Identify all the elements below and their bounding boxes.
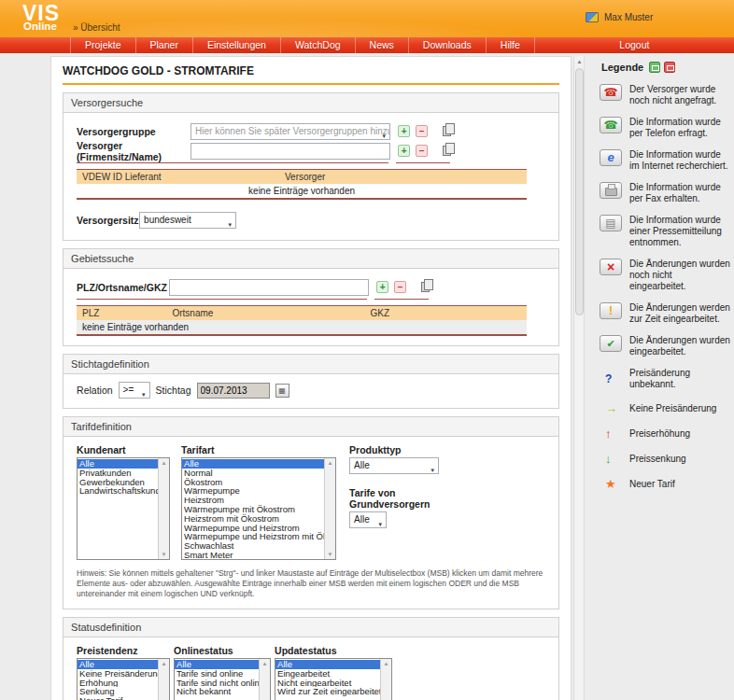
updatestatus-option[interactable]: Alle bbox=[275, 660, 380, 669]
plz-remove-icon[interactable]: − bbox=[394, 281, 406, 293]
red-x-icon: × bbox=[600, 259, 622, 275]
versorgersitz-select[interactable]: bundesweit bbox=[139, 212, 236, 229]
tarifart-option[interactable]: Wärmepumpe und Heizstrom bbox=[182, 524, 324, 533]
versorger-add-icon[interactable]: + bbox=[398, 145, 410, 157]
versorger-copy-icon[interactable] bbox=[443, 146, 451, 156]
updatestatus-scrollbar[interactable]: ▲▼ bbox=[380, 659, 391, 700]
tarifart-option[interactable]: Heizstrom mit Ökostrom bbox=[182, 514, 324, 524]
calendar-icon[interactable]: ▦ bbox=[275, 384, 289, 398]
preistendenz-option[interactable]: Erhöhung bbox=[78, 679, 158, 688]
preistendenz-scrollbar[interactable]: ▲▼ bbox=[158, 659, 169, 700]
onlinestatus-option[interactable]: Tarife sind nicht online bbox=[175, 679, 259, 688]
nav-item-projekte[interactable]: Projekte bbox=[70, 37, 135, 53]
star-icon: ★ bbox=[605, 477, 616, 491]
versorgergruppe-copy-icon[interactable] bbox=[443, 126, 451, 136]
kundenart-option[interactable]: Privatkunden bbox=[78, 469, 158, 478]
onlinestatus-scrollbar[interactable]: ▲▼ bbox=[259, 659, 270, 700]
preistendenz-option[interactable]: Alle bbox=[78, 660, 158, 669]
versorger-table: VDEW ID Lieferant Versorger keine Einträ… bbox=[77, 169, 527, 200]
col-gkz: GKZ bbox=[365, 306, 504, 320]
section-body-gebietssuche: PLZ/Ortsname/GKZ + − PLZ Ortsname GK bbox=[64, 269, 558, 345]
preistendenz-option[interactable]: Neuer Tarif bbox=[78, 696, 158, 700]
relation-select[interactable]: >= bbox=[119, 382, 150, 399]
updatestatus-listbox[interactable]: Alle Eingearbeitet Nicht eingearbeitet W… bbox=[275, 658, 392, 700]
tarifart-option[interactable]: Wärmepumpe und Heizstrom mit Ökostrom bbox=[182, 532, 324, 541]
versorger-remove-icon[interactable]: − bbox=[416, 145, 428, 157]
versorgergruppe-add-icon[interactable]: + bbox=[398, 125, 410, 137]
nav-item-planer[interactable]: Planer bbox=[135, 37, 192, 53]
internet-explorer-icon: e bbox=[600, 149, 622, 166]
nav-item-downloads[interactable]: Downloads bbox=[408, 37, 486, 53]
scrollbar-up-icon[interactable]: ▲ bbox=[574, 56, 585, 67]
tarifart-option[interactable]: Wärmepumpe bbox=[182, 486, 324, 496]
onlinestatus-option[interactable]: Alle bbox=[175, 660, 259, 669]
plz-copy-icon[interactable] bbox=[421, 282, 430, 292]
updatestatus-option[interactable]: Nicht eingearbeitet bbox=[275, 679, 380, 688]
relation-label: Relation bbox=[77, 385, 113, 396]
kundenart-option[interactable]: Alle bbox=[78, 459, 158, 469]
preistendenz-option[interactable]: Senkung bbox=[78, 687, 158, 696]
logo-text-online: Online bbox=[22, 21, 60, 32]
legend-item: ☎ Die Information wurde per Telefon erfr… bbox=[598, 117, 730, 139]
section-tarifdefinition: Tarifdefinition Kundenart Alle Privatkun… bbox=[63, 416, 559, 609]
content-scrollbar[interactable]: ▲ ▼ bbox=[573, 56, 585, 700]
nav-item-watchdog[interactable]: WatchDog bbox=[280, 37, 355, 53]
divider-maroon bbox=[77, 299, 545, 300]
legend-item: ✔ Die Änderungen wurden eingearbeitet. bbox=[598, 335, 730, 357]
tarifart-option[interactable]: Wärmepumpe mit Ökostrom bbox=[182, 505, 324, 514]
col-actions bbox=[504, 170, 527, 184]
user-name: Max Muster bbox=[604, 12, 653, 22]
page-title-block: WATCHDOG GOLD - STROMTARIFE bbox=[63, 64, 559, 85]
nav-spacer bbox=[0, 37, 70, 53]
preistendenz-option[interactable]: Keine Preisänderung bbox=[78, 669, 158, 679]
tarifart-option[interactable]: Normal bbox=[182, 469, 324, 478]
produkttyp-select[interactable]: Alle bbox=[349, 457, 439, 474]
legend-title: Legende bbox=[601, 62, 643, 73]
kundenart-scrollbar[interactable]: ▲▼ bbox=[158, 458, 169, 559]
content-panel: WATCHDOG GOLD - STROMTARIFE Versorgersuc… bbox=[50, 56, 572, 700]
legend-collapse-icon[interactable] bbox=[664, 62, 675, 73]
kundenart-listbox[interactable]: Alle Privatkunden Gewerbekunden Landwirt… bbox=[77, 457, 170, 560]
section-versorgersuche: Versorgersuche Versorgergruppe Hier könn… bbox=[63, 92, 559, 241]
tarifart-option[interactable]: Heizstrom bbox=[182, 496, 324, 505]
updatestatus-option[interactable]: Wird zur Zeit eingearbeitet bbox=[275, 687, 380, 696]
tarifart-option[interactable]: Alle bbox=[182, 459, 324, 469]
tarifart-option[interactable]: Schwachlast bbox=[182, 541, 324, 551]
legend-expand-icon[interactable] bbox=[649, 62, 660, 73]
section-body-versorgersuche: Versorgergruppe Hier können Sie später V… bbox=[64, 113, 558, 240]
left-gutter bbox=[0, 56, 50, 700]
section-header-gebietssuche: Gebietssuche bbox=[64, 249, 558, 269]
nav-item-einstellungen[interactable]: Einstellungen bbox=[192, 37, 280, 53]
tarifart-listbox[interactable]: Alle Normal Ökostrom Wärmepumpe Heizstro… bbox=[181, 457, 336, 560]
grundversorger-select[interactable]: Alle bbox=[349, 511, 387, 528]
onlinestatus-option[interactable]: Nicht bekannt bbox=[175, 687, 259, 696]
gebiet-table-empty-row: keine Einträge vorhanden bbox=[77, 320, 527, 336]
tarifart-option[interactable]: Smart Meter bbox=[182, 551, 324, 559]
breadcrumb-uebersicht[interactable]: » Übersicht bbox=[73, 22, 120, 33]
main-nav: Projekte Planer Einstellungen WatchDog N… bbox=[0, 37, 734, 53]
scrollbar-thumb[interactable] bbox=[575, 68, 584, 315]
plz-input[interactable] bbox=[169, 279, 369, 296]
legend-item: ? Preisänderung unbekannt. bbox=[598, 368, 730, 390]
kundenart-option[interactable]: Landwirtschaftskunden bbox=[78, 486, 158, 496]
nav-item-news[interactable]: News bbox=[355, 37, 408, 53]
onlinestatus-option[interactable]: Tarife sind online bbox=[175, 669, 259, 679]
stichtag-date-input[interactable] bbox=[197, 383, 270, 399]
user-icon bbox=[586, 12, 599, 22]
preistendenz-listbox[interactable]: Alle Keine Preisänderung Erhöhung Senkun… bbox=[77, 658, 170, 700]
onlinestatus-label: Onlinestatus bbox=[174, 645, 271, 656]
updatestatus-option[interactable]: Eingearbeitet bbox=[275, 669, 380, 679]
tarifart-scrollbar[interactable]: ▲▼ bbox=[324, 458, 335, 559]
kundenart-option[interactable]: Gewerbekunden bbox=[78, 478, 158, 487]
nav-item-hilfe[interactable]: Hilfe bbox=[486, 37, 534, 53]
logout-button[interactable]: Logout bbox=[534, 37, 734, 53]
versorger-input[interactable] bbox=[191, 143, 390, 160]
tarifart-option[interactable]: Ökostrom bbox=[182, 478, 324, 487]
col-vdew-id: VDEW ID Lieferant bbox=[77, 170, 279, 184]
onlinestatus-listbox[interactable]: Alle Tarife sind online Tarife sind nich… bbox=[174, 658, 271, 700]
versorgergruppe-remove-icon[interactable]: − bbox=[416, 125, 428, 137]
produkttyp-label: Produkttyp bbox=[349, 444, 439, 455]
col-actions bbox=[504, 306, 527, 320]
plz-add-icon[interactable]: + bbox=[376, 281, 388, 293]
versorgergruppe-select[interactable]: Hier können Sie später Versorgergruppen … bbox=[191, 123, 390, 140]
